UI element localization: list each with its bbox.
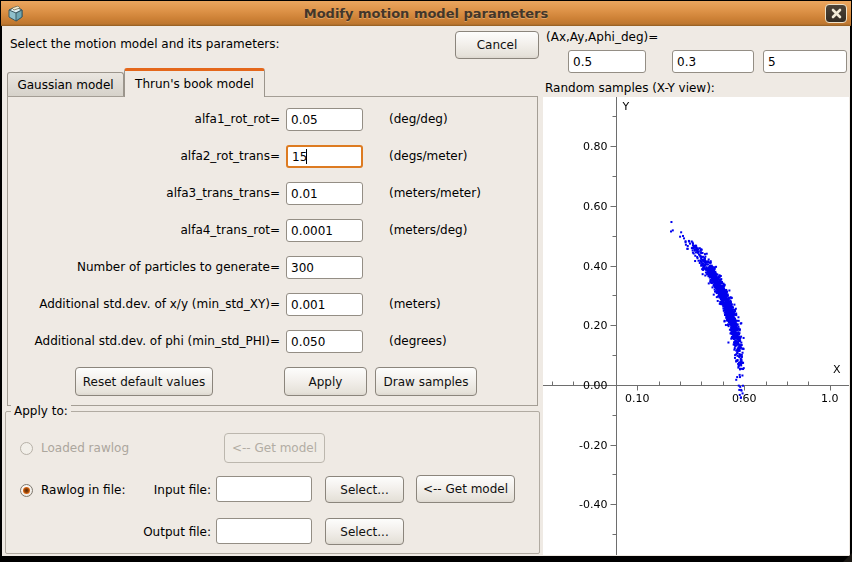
tab-label: Gaussian model [17, 78, 113, 92]
rawlog-in-file-label: Rawlog in file: [41, 483, 125, 497]
reset-defaults-button[interactable]: Reset default values [75, 367, 213, 396]
alfa4-input[interactable] [286, 219, 363, 242]
aphi-input[interactable] [763, 50, 847, 73]
close-button[interactable] [825, 4, 847, 23]
param-unit: (degs/meter) [389, 149, 467, 163]
alfa3-input[interactable] [286, 182, 363, 205]
input-file-field[interactable] [216, 476, 312, 502]
draw-samples-button[interactable]: Draw samples [375, 367, 477, 396]
dialog-window: Modify motion model parameters Select th… [0, 0, 852, 562]
tab-gaussian-model[interactable]: Gaussian model [7, 72, 124, 96]
param-label: Additional std.dev. of x/y (min_std_XY)= [8, 297, 280, 311]
ax-input[interactable] [568, 50, 646, 73]
output-file-label: Output file: [136, 525, 211, 539]
cancel-button[interactable]: Cancel [455, 31, 539, 59]
param-label: alfa1_rot_rot= [8, 112, 280, 126]
param-label: alfa4_trans_rot= [8, 223, 280, 237]
tab-thrun-book-model[interactable]: Thrun's book model [124, 68, 265, 97]
param-label: alfa2_rot_trans= [8, 149, 280, 163]
input-file-label: Input file: [151, 483, 211, 497]
alfa2-input[interactable] [286, 145, 363, 168]
param-label: Number of particles to generate= [8, 260, 280, 274]
text-caret [306, 149, 307, 164]
get-model-button[interactable]: <-- Get model [416, 475, 515, 503]
dialog-body: Select the motion model and its paramete… [2, 26, 850, 556]
instruction-label: Select the motion model and its paramete… [10, 37, 280, 51]
ay-input[interactable] [672, 50, 754, 73]
select-output-file-button[interactable]: Select... [325, 518, 404, 545]
min-std-phi-input[interactable] [286, 330, 363, 353]
alfa1-input[interactable] [286, 108, 363, 131]
param-unit: (meters/deg) [389, 223, 467, 237]
loaded-rawlog-label: Loaded rawlog [41, 441, 129, 455]
axy-label: (Ax,Ay,Aphi_deg)= [546, 30, 658, 44]
samples-scatter-canvas [543, 97, 849, 555]
rawlog-in-file-radio[interactable] [20, 484, 33, 497]
get-model-disabled-button: <-- Get model [224, 433, 325, 463]
param-label: Additional std.dev. of phi (min_std_PHI)… [8, 334, 280, 348]
param-label: alfa3_trans_trans= [8, 186, 280, 200]
min-std-xy-input[interactable] [286, 293, 363, 316]
param-unit: (degrees) [389, 334, 447, 348]
apply-button[interactable]: Apply [284, 367, 367, 396]
apply-to-title: Apply to: [11, 404, 71, 418]
num-particles-input[interactable] [286, 256, 363, 279]
window-title: Modify motion model parameters [1, 6, 851, 21]
close-icon [831, 8, 842, 19]
loaded-rawlog-radio[interactable] [20, 442, 33, 455]
tab-label: Thrun's book model [135, 77, 254, 91]
param-unit: (meters) [389, 297, 441, 311]
output-file-field[interactable] [216, 518, 312, 544]
title-bar[interactable]: Modify motion model parameters [1, 1, 851, 26]
parameters-panel: alfa1_rot_rot= (deg/deg) alfa2_rot_trans… [7, 96, 538, 406]
select-input-file-button[interactable]: Select... [325, 476, 404, 503]
plot-title: Random samples (X-Y view): [545, 81, 715, 95]
apply-to-group: Apply to: Loaded rawlog <-- Get model Ra… [5, 411, 540, 554]
resize-grip-icon[interactable] [843, 553, 852, 562]
param-unit: (meters/meter) [389, 186, 481, 200]
param-unit: (deg/deg) [389, 112, 448, 126]
